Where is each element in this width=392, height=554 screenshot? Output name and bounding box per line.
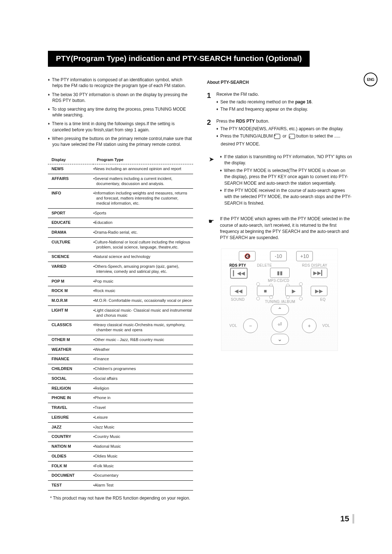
table-row: LIGHT MLight classical music- Classical … <box>48 305 193 320</box>
nav-up-button[interactable]: ⌃ <box>271 304 289 315</box>
type-cell: Rock music <box>93 286 193 296</box>
display-cell: EDUCATE <box>48 218 93 228</box>
intro-item: To stop searching any time during the pr… <box>48 106 193 118</box>
display-cell: POP M <box>48 276 93 286</box>
plus10-button[interactable]: +10 <box>296 251 313 261</box>
table-row: SCIENCENatural science and technology <box>48 252 193 262</box>
type-cell: Phone in <box>93 393 193 403</box>
display-cell: SPORT <box>48 208 93 218</box>
eq-label: EQ <box>320 297 326 301</box>
ffwd-button[interactable]: ▶▶ <box>311 286 327 296</box>
display-cell: DRAMA <box>48 228 93 238</box>
intro-item: When pressing the buttons on the primary… <box>48 136 193 147</box>
step-sub: See the radio receiving method on the pa… <box>216 99 352 105</box>
note-hand: ☛ If the PTY MODE which agrees with the … <box>207 216 352 241</box>
type-cell: Information including weights and measur… <box>93 189 193 208</box>
table-row: CULTURECulture-National or local culture… <box>48 237 193 252</box>
display-cell: WEATHER <box>48 345 93 354</box>
type-cell: Pop music <box>93 276 193 286</box>
rdspty-label: RDS PTY <box>229 263 246 267</box>
note-item: If the PTY MODE received in the course o… <box>220 188 352 206</box>
intro-item: There is a time limit in doing the follo… <box>48 121 193 132</box>
step-number: 2 <box>207 117 211 128</box>
display-cell: NATION M <box>48 442 93 452</box>
minus10-button[interactable]: -10 <box>270 251 287 261</box>
step-tail: desired PTY MODE. <box>216 141 352 147</box>
type-cell: Documentary <box>93 471 193 481</box>
display-cell: CHILDREN <box>48 364 93 374</box>
table-row: EDUCATEEducation <box>48 218 193 228</box>
vol-label-l: VOL <box>229 324 237 328</box>
table-row: COUNTRYCountry Music <box>48 432 193 442</box>
display-cell: LIGHT M <box>48 305 93 320</box>
table-row: OLDIESOldies Music <box>48 451 193 461</box>
enter-button[interactable]: ⏎ <box>272 316 288 332</box>
mp3-label: MP3-CD/CD <box>268 279 289 283</box>
vol-up-button[interactable]: + <box>302 319 317 333</box>
type-cell: Finance <box>93 354 193 364</box>
table-row: CHILDRENChildren's programmes <box>48 364 193 374</box>
page-number: 15 <box>340 514 349 524</box>
th-type: Program Type <box>93 155 193 164</box>
hand-point-icon: ☛ <box>207 217 216 226</box>
table-row: DOCUMENTDocumentary <box>48 471 193 481</box>
rdspty-button[interactable]: ▎◀◀ <box>230 268 248 279</box>
display-cell: NEWS <box>48 164 93 174</box>
type-cell: M.O.R- Comfortable music, occasionally v… <box>93 296 193 306</box>
display-cell: SOCIAL <box>48 374 93 383</box>
step-lead: Receive the FM radio. <box>216 91 352 98</box>
table-row: VARIEDOthers-Speech, amusing program (qu… <box>48 262 193 277</box>
display-cell: CLASSICS <box>48 320 93 335</box>
display-cell: VARIED <box>48 262 93 277</box>
table-row: ROCK MRock music <box>48 286 193 296</box>
pause-button[interactable]: ▮▮ <box>270 268 290 278</box>
display-cell: LEISURE <box>48 413 93 422</box>
type-cell: Culture-National or local culture includ… <box>93 237 193 252</box>
step-sub: The FM and frequency appear on the displ… <box>216 106 352 112</box>
rew-button[interactable]: ◀◀ <box>230 286 247 296</box>
next-button[interactable]: ▶▶▎ <box>311 268 327 278</box>
table-row: NEWSNews including an announced opinion … <box>48 164 193 174</box>
lang-badge: ENG <box>364 73 377 86</box>
footnote: * This product may not have the RDS func… <box>50 496 352 501</box>
display-cell: OTHER M <box>48 335 93 345</box>
table-row: RELIGIONReligion <box>48 383 193 393</box>
tuning-label: TUNING /ALBUM <box>265 300 295 304</box>
step-sub: The PTY MODE(NEWS, AFFAIRS, etc.) appear… <box>216 126 352 132</box>
note-arrow: ➤ If the station is transmitting no PTY … <box>207 154 352 206</box>
display-cell: TEST <box>48 481 93 491</box>
type-cell: Social affairs <box>93 374 193 383</box>
type-cell: Weather <box>93 345 193 354</box>
pty-table: Display Program Type NEWSNews including … <box>48 155 193 491</box>
delete-label: DELETE <box>257 263 272 267</box>
type-cell: Others-Speech, amusing program (quiz, ga… <box>93 262 193 277</box>
table-row: LEISURELeisure <box>48 413 193 422</box>
steps-list: 1 Receive the FM radio. See the radio re… <box>207 91 352 147</box>
nav-down-button[interactable]: ⌄ <box>271 334 289 345</box>
type-cell: Light classical music- Classical music a… <box>93 305 193 320</box>
intro-item: The below 30 PTY information is shown on… <box>48 92 193 103</box>
type-cell: News including an announced opinion and … <box>93 164 193 174</box>
type-cell: National Music <box>93 442 193 452</box>
display-cell: OLDIES <box>48 451 93 461</box>
type-cell: Leisure <box>93 413 193 422</box>
step-1: 1 Receive the FM radio. See the radio re… <box>207 91 352 112</box>
table-row: PHONE INPhone in <box>48 393 193 403</box>
display-cell: AFFAIRS <box>48 174 93 189</box>
table-row: OTHER MOther music - Jazz, R&B country m… <box>48 335 193 345</box>
type-cell: Folk Music <box>93 461 193 471</box>
display-cell: PHONE IN <box>48 393 93 403</box>
rdsdisplay-label: RDS DISPLAY <box>302 263 327 267</box>
table-row: SOCIALSocial affairs <box>48 374 193 383</box>
table-row: M.O.R.MM.O.R- Comfortable music, occasio… <box>48 296 193 306</box>
type-cell: Sports <box>93 208 193 218</box>
table-row: INFOInformation including weights and me… <box>48 189 193 208</box>
vol-down-button[interactable]: − <box>243 319 258 333</box>
display-cell: FINANCE <box>48 354 93 364</box>
type-cell: Education <box>93 218 193 228</box>
stop-button[interactable]: ■ <box>257 286 274 296</box>
table-row: AFFAIRSSeveral matters including a curre… <box>48 174 193 189</box>
table-row: JAZZJazz Music <box>48 422 193 432</box>
table-row: NATION MNational Music <box>48 442 193 452</box>
play-button[interactable]: ▶ <box>285 286 302 296</box>
